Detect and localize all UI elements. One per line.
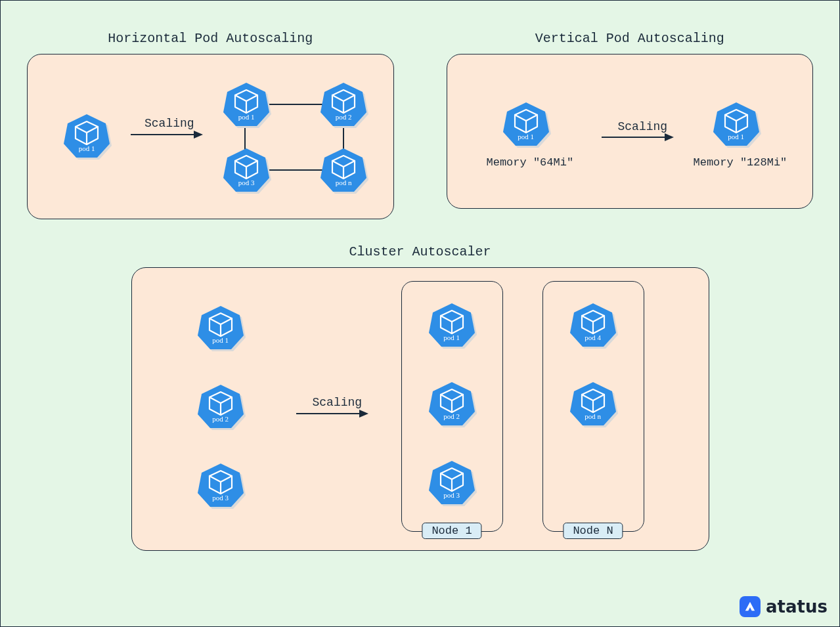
vpa-pod-left: pod 1 [503,100,549,146]
ca-arrow [296,410,370,422]
ca-left-pod-3: pod 3 [198,462,244,508]
vpa-panel: pod 1 Memory "64Mi" Scaling pod 1 Memory… [447,54,814,209]
ca-left-pod-1: pod 1 [198,304,244,350]
brand: atatus [740,596,828,617]
vpa-arrow [602,133,675,146]
hpa-src-pod: pod 1 [64,112,110,158]
node-1-label: Node 1 [422,523,481,539]
hpa-section: Horizontal Pod Autoscaling pod 1 Scaling… [27,19,394,219]
hpa-pod-1: pod 1 [223,81,269,127]
node-n-label: Node N [563,523,623,539]
hpa-scaling-label: Scaling [144,117,194,130]
vpa-title: Vertical Pod Autoscaling [447,31,814,46]
hpa-title: Horizontal Pod Autoscaling [27,31,394,46]
vpa-section: Vertical Pod Autoscaling pod 1 Memory "6… [447,19,814,209]
node1-pod-2: pod 2 [429,380,475,426]
ca-left-pod-2: pod 2 [198,383,244,429]
node-n-box: pod 4 pod n Node N [542,281,644,532]
hpa-pod-3: pod 3 [223,146,269,192]
hpa-arrow [131,131,204,143]
vpa-scaling-label: Scaling [618,120,668,133]
hpa-pod-2: pod 2 [321,81,366,127]
hpa-panel: pod 1 Scaling pod 1 pod 2 pod 3 [27,54,394,219]
node-1-box: pod 1 pod 2 pod 3 Node 1 [401,281,503,532]
node1-pod-3: pod 3 [429,459,475,505]
noden-pod-2: pod n [570,380,616,426]
brand-name: atatus [766,597,828,616]
noden-pod-1: pod 4 [570,301,616,347]
vpa-pod-right: pod 1 [713,100,759,146]
vpa-mem-right: Memory "128Mi" [694,156,787,169]
vpa-mem-left: Memory "64Mi" [487,156,574,169]
hpa-pod-n: pod n [321,146,366,192]
node1-pod-1: pod 1 [429,301,475,347]
ca-panel: pod 1 pod 2 pod 3 Scaling pod 1 pod 2 [131,267,709,551]
ca-scaling-label: Scaling [313,396,363,409]
ca-title: Cluster Autoscaler [27,244,813,259]
brand-logo-icon [740,596,761,617]
ca-section: Cluster Autoscaler pod 1 pod 2 pod 3 Sca… [1,226,839,577]
